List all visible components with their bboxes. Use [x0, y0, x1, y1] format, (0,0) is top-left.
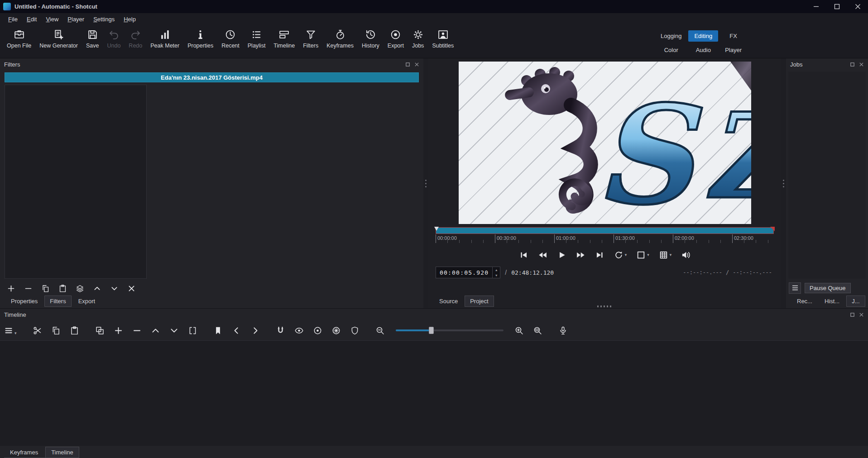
- splitter-filters-player[interactable]: [423, 58, 428, 308]
- ripple-all-tracks-button[interactable]: [331, 326, 341, 335]
- play-button[interactable]: [557, 250, 566, 260]
- copy-filters-button[interactable]: [41, 284, 50, 293]
- append-button[interactable]: [114, 326, 123, 335]
- filter-list[interactable]: [5, 85, 147, 279]
- minimize-button[interactable]: [806, 0, 826, 13]
- menu-view[interactable]: View: [41, 14, 63, 24]
- next-marker-button[interactable]: [250, 326, 260, 335]
- peak-meter-button[interactable]: Peak Meter: [146, 27, 183, 51]
- playlist-button[interactable]: Playlist: [244, 27, 270, 51]
- replace-button[interactable]: [95, 326, 105, 335]
- history-button[interactable]: History: [358, 27, 384, 51]
- mode-color[interactable]: Color: [655, 44, 687, 56]
- timeline-float-button[interactable]: [850, 312, 855, 317]
- tab-history[interactable]: Hist...: [819, 296, 845, 307]
- paste-filters-button[interactable]: [58, 284, 67, 293]
- jobs-close-button[interactable]: [859, 62, 864, 67]
- snap-button[interactable]: [276, 326, 285, 335]
- rewind-button[interactable]: [538, 250, 547, 260]
- jobs-float-button[interactable]: [850, 62, 855, 67]
- marker-button[interactable]: [213, 326, 223, 335]
- tab-recent[interactable]: Rec...: [791, 296, 818, 307]
- remove-filter-button[interactable]: [24, 284, 33, 293]
- pause-queue-button[interactable]: Pause Queue: [805, 283, 851, 293]
- mode-editing[interactable]: Editing: [688, 30, 718, 42]
- player-zoom-fit-button[interactable]: ▾: [636, 250, 649, 260]
- timeline-menu-button[interactable]: ▾: [4, 326, 17, 335]
- deselect-filter-button[interactable]: [127, 284, 136, 293]
- ripple-button[interactable]: [313, 326, 322, 335]
- record-audio-button[interactable]: [558, 326, 568, 335]
- timeline-button[interactable]: Timeline: [269, 27, 299, 51]
- grid-button[interactable]: ▾: [659, 250, 672, 260]
- tab-project[interactable]: Project: [465, 296, 494, 307]
- subtitles-button[interactable]: Subtitles: [428, 27, 458, 51]
- timeline-close-button[interactable]: [859, 312, 864, 317]
- redo-button[interactable]: Redo: [125, 27, 146, 51]
- timeline-zoom-slider[interactable]: [396, 326, 504, 334]
- spin-down-button[interactable]: ▼: [493, 272, 500, 278]
- new-generator-button[interactable]: New Generator: [35, 27, 82, 51]
- recent-button[interactable]: Recent: [217, 27, 244, 51]
- filters-button[interactable]: Filters: [299, 27, 322, 51]
- split-button[interactable]: [188, 326, 197, 335]
- player-splitter-handle[interactable]: [597, 305, 613, 307]
- playhead-marker[interactable]: [434, 227, 439, 231]
- volume-button[interactable]: [681, 250, 691, 260]
- overwrite-button[interactable]: [169, 326, 179, 335]
- splitter-player-jobs[interactable]: [781, 58, 786, 308]
- tab-export[interactable]: Export: [73, 296, 101, 307]
- copy-button[interactable]: [51, 326, 61, 335]
- menu-file[interactable]: File: [4, 14, 22, 24]
- move-filter-down-button[interactable]: [110, 284, 119, 293]
- ripple-delete-button[interactable]: [132, 326, 142, 335]
- move-filter-up-button[interactable]: [93, 284, 101, 293]
- save-filter-set-button[interactable]: [76, 284, 84, 293]
- tab-timeline[interactable]: Timeline: [45, 447, 79, 458]
- ripple-markers-button[interactable]: [350, 326, 360, 335]
- maximize-button[interactable]: [826, 0, 847, 13]
- tab-keyframes[interactable]: Keyframes: [4, 447, 44, 458]
- paste-button[interactable]: [70, 326, 79, 335]
- tab-source[interactable]: Source: [434, 296, 463, 307]
- filters-close-button[interactable]: [414, 62, 419, 67]
- spin-up-button[interactable]: ▲: [493, 267, 500, 272]
- player-scrubber[interactable]: [436, 227, 774, 234]
- open-file-button[interactable]: Open File: [3, 27, 35, 51]
- menu-settings[interactable]: Settings: [89, 14, 119, 24]
- menu-help[interactable]: Help: [119, 14, 140, 24]
- tab-filters[interactable]: Filters: [44, 296, 71, 307]
- selected-range-bar[interactable]: [436, 227, 774, 234]
- close-button[interactable]: [847, 0, 868, 13]
- save-button[interactable]: Save: [82, 27, 103, 51]
- jobs-list[interactable]: [788, 72, 866, 279]
- timeline-tracks-area[interactable]: [0, 340, 868, 446]
- mode-logging[interactable]: Logging: [655, 30, 687, 42]
- out-point-marker[interactable]: [770, 227, 775, 231]
- time-ruler[interactable]: 00:00:00 00:30:00 01:00:00 01:30:00 02:0…: [436, 234, 774, 243]
- menu-player[interactable]: Player: [63, 14, 89, 24]
- tab-jobs[interactable]: J...: [846, 296, 865, 307]
- skip-to-start-button[interactable]: [519, 250, 528, 260]
- loop-button[interactable]: ▾: [614, 250, 627, 260]
- timeline-zoom-out-button[interactable]: [375, 326, 385, 335]
- mode-fx[interactable]: FX: [719, 30, 748, 42]
- fast-forward-button[interactable]: [576, 250, 585, 260]
- tab-properties[interactable]: Properties: [5, 296, 43, 307]
- previous-marker-button[interactable]: [232, 326, 241, 335]
- export-button[interactable]: Export: [384, 27, 408, 51]
- mode-audio[interactable]: Audio: [688, 44, 718, 56]
- cut-button[interactable]: [33, 326, 42, 335]
- jobs-menu-button[interactable]: [789, 282, 801, 294]
- skip-to-end-button[interactable]: [595, 250, 604, 260]
- properties-button[interactable]: Properties: [183, 27, 217, 51]
- mode-player[interactable]: Player: [719, 44, 748, 56]
- menu-edit[interactable]: Edit: [22, 14, 41, 24]
- jobs-button[interactable]: Jobs: [408, 27, 428, 51]
- timeline-zoom-in-button[interactable]: [514, 326, 524, 335]
- lift-button[interactable]: [151, 326, 160, 335]
- position-value[interactable]: 00:00:05.920: [436, 267, 492, 278]
- scrub-while-dragging-button[interactable]: [294, 326, 304, 335]
- zoom-slider-handle[interactable]: [429, 327, 434, 334]
- keyframes-button[interactable]: Keyframes: [322, 27, 358, 51]
